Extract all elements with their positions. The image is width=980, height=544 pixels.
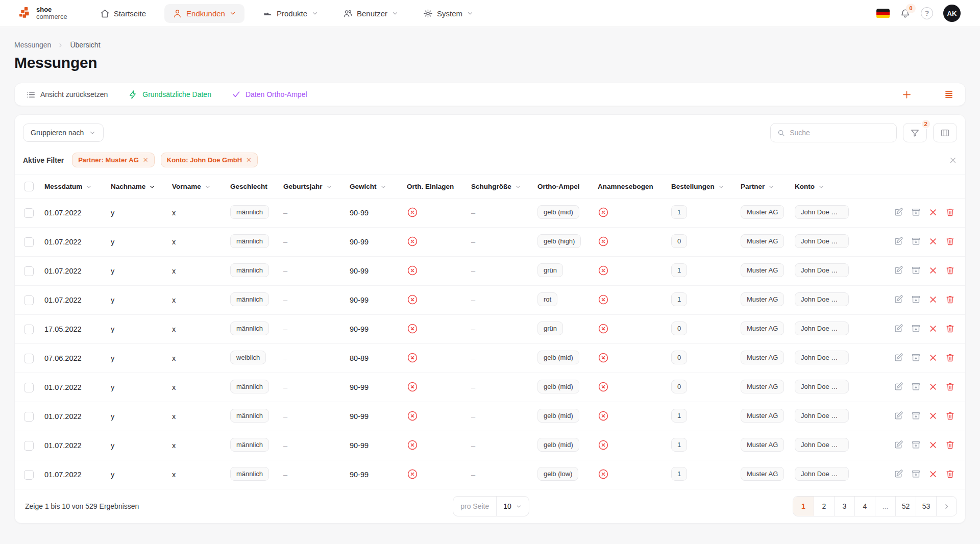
edit-row-button[interactable] (894, 382, 903, 391)
delete-row-button[interactable] (945, 440, 955, 450)
sort-chevron-icon[interactable] (514, 183, 522, 190)
filter-chip-partner[interactable]: Partner: Muster AG ✕ (72, 153, 155, 167)
row-checkbox[interactable] (24, 237, 34, 247)
cancel-row-button[interactable] (928, 295, 938, 304)
archive-row-button[interactable] (911, 265, 921, 275)
column-header[interactable]: Gewicht (346, 175, 403, 199)
page-button-2[interactable]: 2 (814, 497, 834, 516)
column-header[interactable]: Messdatum (40, 175, 107, 199)
edit-row-button[interactable] (894, 294, 903, 304)
page-button-1[interactable]: 1 (793, 497, 814, 516)
column-header[interactable]: Orth. Einlagen (403, 175, 467, 199)
row-checkbox[interactable] (24, 266, 34, 276)
sort-chevron-icon[interactable] (149, 183, 156, 190)
edit-row-button[interactable] (894, 207, 903, 217)
column-header[interactable]: Geburtsjahr (279, 175, 346, 199)
help-button[interactable]: ? (921, 7, 933, 19)
sort-chevron-icon[interactable] (204, 183, 211, 190)
columns-button[interactable] (933, 123, 957, 142)
cancel-row-button[interactable] (928, 266, 938, 275)
search-input[interactable] (790, 129, 890, 137)
delete-row-button[interactable] (945, 265, 955, 275)
cancel-row-button[interactable] (928, 440, 938, 450)
edit-row-button[interactable] (894, 353, 903, 362)
sort-chevron-icon[interactable] (326, 183, 333, 190)
notifications-button[interactable]: 0 (900, 8, 911, 19)
sort-chevron-icon[interactable] (380, 183, 387, 190)
view-list-button[interactable] (944, 89, 954, 100)
column-header[interactable]: Geschlecht (226, 175, 279, 199)
edit-row-button[interactable] (894, 236, 903, 246)
remove-chip-icon[interactable]: ✕ (246, 156, 252, 164)
nav-item-startseite[interactable]: Startseite (94, 4, 152, 23)
column-header[interactable]: Partner (737, 175, 791, 199)
sort-chevron-icon[interactable] (718, 183, 725, 190)
clear-all-filters-button[interactable] (949, 156, 957, 164)
basic-data-view-button[interactable]: Grundsätzliche Daten (128, 90, 211, 100)
archive-row-button[interactable] (911, 469, 921, 479)
archive-row-button[interactable] (911, 294, 921, 304)
row-checkbox[interactable] (24, 208, 34, 218)
breadcrumb-item-messungen[interactable]: Messungen (14, 41, 51, 49)
row-checkbox[interactable] (24, 354, 34, 363)
page-button-4[interactable]: 4 (854, 497, 875, 516)
page-button-52[interactable]: 52 (895, 497, 916, 516)
sort-chevron-icon[interactable] (818, 183, 825, 190)
search-field[interactable] (770, 123, 897, 142)
row-checkbox[interactable] (24, 470, 34, 480)
row-checkbox[interactable] (24, 383, 34, 392)
brand-logo[interactable]: shoe commerce (19, 6, 67, 20)
archive-row-button[interactable] (911, 236, 921, 246)
row-checkbox[interactable] (24, 325, 34, 334)
sort-chevron-icon[interactable] (768, 183, 775, 190)
delete-row-button[interactable] (945, 207, 955, 217)
group-by-dropdown[interactable]: Gruppieren nach (23, 123, 104, 142)
sort-chevron-icon[interactable] (85, 183, 92, 190)
language-flag-german[interactable] (876, 9, 890, 18)
delete-row-button[interactable] (945, 294, 955, 304)
edit-row-button[interactable] (894, 469, 903, 479)
delete-row-button[interactable] (945, 324, 955, 333)
row-checkbox[interactable] (24, 441, 34, 451)
nav-item-benutzer[interactable]: Benutzer (337, 4, 405, 23)
row-checkbox[interactable] (24, 412, 34, 422)
delete-row-button[interactable] (945, 469, 955, 479)
cancel-row-button[interactable] (928, 382, 938, 391)
row-checkbox[interactable] (24, 295, 34, 305)
edit-row-button[interactable] (894, 324, 903, 333)
avatar[interactable]: AK (943, 5, 961, 22)
archive-row-button[interactable] (911, 440, 921, 450)
cancel-row-button[interactable] (928, 237, 938, 246)
cancel-row-button[interactable] (928, 324, 938, 333)
add-view-button[interactable] (901, 89, 912, 100)
column-header[interactable]: Anamnesebogen (594, 175, 667, 199)
archive-row-button[interactable] (911, 382, 921, 391)
filter-chip-konto[interactable]: Konto: John Doe GmbH ✕ (161, 153, 258, 167)
archive-row-button[interactable] (911, 411, 921, 421)
column-header[interactable]: Ortho-Ampel (533, 175, 594, 199)
archive-row-button[interactable] (911, 207, 921, 217)
nav-item-endkunden[interactable]: Endkunden (164, 4, 244, 23)
delete-row-button[interactable] (945, 411, 955, 421)
cancel-row-button[interactable] (928, 208, 938, 217)
delete-row-button[interactable] (945, 236, 955, 246)
ortho-ampel-view-button[interactable]: Daten Ortho-Ampel (232, 90, 307, 99)
column-header[interactable]: Vorname (168, 175, 226, 199)
breadcrumb-item-uebersicht[interactable]: Übersicht (70, 41, 100, 49)
cancel-row-button[interactable] (928, 469, 938, 479)
column-header[interactable]: Schuhgröße (467, 175, 533, 199)
delete-row-button[interactable] (945, 382, 955, 391)
edit-row-button[interactable] (894, 440, 903, 450)
archive-row-button[interactable] (911, 353, 921, 362)
next-page-button[interactable] (936, 497, 957, 516)
page-button-3[interactable]: 3 (834, 497, 854, 516)
edit-row-button[interactable] (894, 265, 903, 275)
cancel-row-button[interactable] (928, 411, 938, 421)
nav-item-produkte[interactable]: Produkte (257, 4, 325, 23)
column-header[interactable]: Nachname (107, 175, 168, 199)
cancel-row-button[interactable] (928, 353, 938, 362)
column-header[interactable]: Konto (791, 175, 853, 199)
column-header[interactable]: Bestellungen (667, 175, 737, 199)
select-all-checkbox[interactable] (24, 182, 34, 191)
nav-item-system[interactable]: System (417, 4, 480, 23)
